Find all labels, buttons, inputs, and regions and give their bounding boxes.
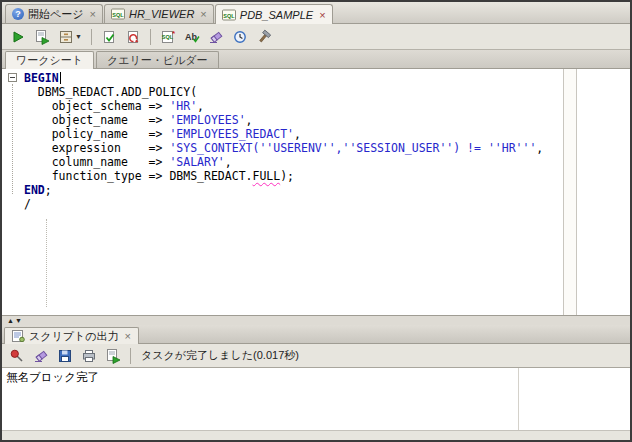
tab-label: PDB_SAMPLE [240,9,313,21]
output-divider [518,368,519,430]
pin-icon [9,348,25,364]
code-line[interactable]: policy_name => 'EMPLOYEES_REDACT', [24,127,563,141]
tab-label: クエリー・ビルダー [107,53,208,68]
tab-worksheet[interactable]: ワークシート [5,51,94,69]
close-icon[interactable]: × [317,10,325,20]
toolbar-separator [150,29,151,45]
tab-pdb-sample[interactable]: SQL PDB_SAMPLE × [215,4,333,24]
text-caret [60,72,62,84]
toolbar-separator [91,29,92,45]
script-output-area[interactable]: 無名ブロック完了 [2,368,630,430]
sql-worksheet-icon: SQL [222,9,236,21]
explain-plan-button[interactable]: ▼ [56,27,84,47]
tab-script-output[interactable]: スクリプトの出力 × [4,327,139,344]
editor-gutter [2,69,24,315]
unshared-worksheet-button[interactable]: SQL * [158,27,178,47]
document-tabbar: ? 開始ページ × SQL HR_VIEWER × SQL PDB_SAMPLE… [2,2,630,24]
run-statement-button[interactable] [8,27,28,47]
output-toolbar: タスクが完了しました(0.017秒) [2,344,630,368]
code-line[interactable]: BEGIN [24,71,563,85]
tab-label: HR_VIEWER [129,8,194,20]
rollback-icon [125,29,141,45]
code-line[interactable]: function_type => DBMS_REDACT.FULL); [24,169,563,183]
sql-history-icon [232,29,248,45]
save-button[interactable] [55,346,75,366]
worksheet-tabbar: ワークシート クエリー・ビルダー [2,50,630,69]
code-line[interactable]: object_schema => 'HR', [24,99,563,113]
printer-icon [81,348,97,364]
tuning-button[interactable] [254,27,274,47]
worksheet-toolbar: ▼ SQL * Ab [2,24,630,50]
rollback-button[interactable] [123,27,143,47]
hammer-icon [256,29,272,45]
script-output-icon [12,330,25,342]
commit-button[interactable] [99,27,119,47]
tab-query-builder[interactable]: クエリー・ビルダー [96,51,219,68]
close-icon[interactable]: × [88,9,96,19]
tab-start-page[interactable]: ? 開始ページ × [5,4,103,23]
svg-text:SQL: SQL [112,12,124,18]
fold-collapse-icon[interactable] [8,73,17,82]
horizontal-splitter[interactable]: ▲ ▼ [2,315,630,325]
svg-text:SQL: SQL [223,12,235,18]
code-line[interactable]: object_name => 'EMPLOYEES', [24,113,563,127]
code-line[interactable]: column_name => 'SALARY', [24,155,563,169]
code-line[interactable]: expression => 'SYS_CONTEXT(''USERENV'','… [24,141,563,155]
splitter-collapse-down-icon[interactable]: ▼ [15,317,22,324]
run-script-icon [34,29,50,45]
output-text: 無名ブロック完了 [2,368,630,387]
code-editor[interactable]: BEGIN DBMS_REDACT.ADD_POLICY( object_sch… [2,69,630,315]
code-line[interactable]: / [24,197,563,211]
code-lines[interactable]: BEGIN DBMS_REDACT.ADD_POLICY( object_sch… [24,71,563,315]
print-button[interactable] [79,346,99,366]
fold-scope-line [12,84,13,194]
run-script-icon [105,348,121,364]
commit-icon [101,29,117,45]
output-tabbar: スクリプトの出力 × [2,325,630,344]
help-icon: ? [12,8,24,20]
code-line[interactable]: DBMS_REDACT.ADD_POLICY( [24,85,563,99]
dropdown-arrow-icon[interactable]: ▼ [75,33,82,40]
task-status-text: タスクが完了しました(0.017秒) [141,348,299,363]
run-script-button[interactable] [32,27,52,47]
tab-label: ワークシート [16,53,83,68]
toolbar-separator [130,348,131,364]
clear-button[interactable] [206,27,226,47]
unshared-worksheet-icon: SQL * [160,29,176,45]
sql-developer-window: ? 開始ページ × SQL HR_VIEWER × SQL PDB_SAMPLE… [0,0,632,442]
close-icon[interactable]: × [123,331,131,341]
sql-worksheet-icon: SQL [111,8,125,20]
splitter-collapse-up-icon[interactable]: ▲ [7,317,14,324]
change-case-icon: Ab [184,29,200,45]
tab-hr-viewer[interactable]: SQL HR_VIEWER × [104,4,214,23]
editor-vertical-scrollbar[interactable] [563,69,577,315]
eraser-icon [208,29,224,45]
eraser-icon [33,348,49,364]
change-case-button[interactable]: Ab [182,27,202,47]
indent-guide [46,219,47,307]
code-line[interactable]: END; [24,183,563,197]
tab-label: 開始ページ [28,7,84,22]
clear-output-button[interactable] [31,346,51,366]
pin-button[interactable] [7,346,27,366]
run-statement-icon [10,29,26,45]
run-script-output-button[interactable] [103,346,123,366]
tab-label: スクリプトの出力 [29,329,119,344]
close-icon[interactable]: × [198,9,206,19]
sql-history-button[interactable] [230,27,250,47]
svg-text:*: * [172,29,176,38]
status-strip [2,430,630,440]
save-icon [57,348,73,364]
explain-plan-icon [58,29,74,45]
